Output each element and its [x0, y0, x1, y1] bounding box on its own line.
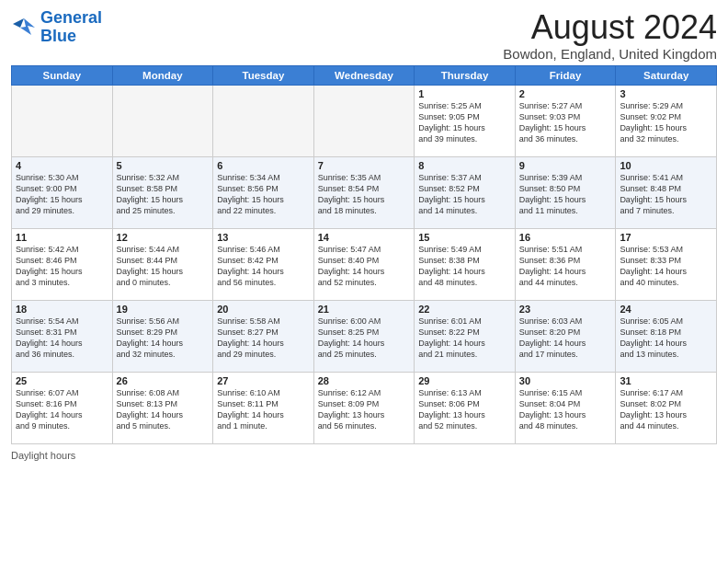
day-number: 19 — [117, 304, 210, 315]
day-info: Sunrise: 5:32 AM Sunset: 8:58 PM Dayligh… — [117, 172, 210, 217]
day-info: Sunrise: 5:39 AM Sunset: 8:50 PM Dayligh… — [519, 172, 612, 217]
logo-text2: Blue — [40, 28, 102, 46]
day-number: 11 — [16, 232, 108, 243]
logo: General Blue — [11, 9, 102, 46]
day-info: Sunrise: 5:35 AM Sunset: 8:54 PM Dayligh… — [318, 172, 411, 217]
day-number: 4 — [16, 160, 108, 171]
day-info: Sunrise: 6:10 AM Sunset: 8:11 PM Dayligh… — [217, 387, 310, 432]
calendar-cell — [12, 85, 113, 156]
calendar-cell: 18Sunrise: 5:54 AM Sunset: 8:31 PM Dayli… — [12, 300, 113, 372]
main-title: August 2024 — [503, 9, 717, 46]
day-info: Sunrise: 6:03 AM Sunset: 8:20 PM Dayligh… — [519, 316, 612, 361]
calendar-cell: 19Sunrise: 5:56 AM Sunset: 8:29 PM Dayli… — [112, 300, 213, 372]
calendar-cell: 9Sunrise: 5:39 AM Sunset: 8:50 PM Daylig… — [515, 156, 616, 228]
calendar-week-row: 25Sunrise: 6:07 AM Sunset: 8:16 PM Dayli… — [12, 372, 717, 443]
calendar-cell: 2Sunrise: 5:27 AM Sunset: 9:03 PM Daylig… — [515, 85, 616, 156]
calendar-cell: 20Sunrise: 5:58 AM Sunset: 8:27 PM Dayli… — [213, 300, 314, 372]
day-number: 1 — [418, 88, 511, 99]
day-number: 3 — [620, 88, 712, 99]
calendar-cell: 4Sunrise: 5:30 AM Sunset: 9:00 PM Daylig… — [12, 156, 113, 228]
calendar-cell: 28Sunrise: 6:12 AM Sunset: 8:09 PM Dayli… — [313, 372, 415, 443]
day-number: 9 — [519, 160, 612, 171]
day-number: 16 — [519, 232, 612, 243]
day-info: Sunrise: 6:17 AM Sunset: 8:02 PM Dayligh… — [620, 387, 712, 432]
day-info: Sunrise: 5:42 AM Sunset: 8:46 PM Dayligh… — [16, 244, 108, 289]
day-info: Sunrise: 5:49 AM Sunset: 8:38 PM Dayligh… — [418, 244, 511, 289]
day-info: Sunrise: 6:13 AM Sunset: 8:06 PM Dayligh… — [418, 387, 511, 432]
calendar-cell: 10Sunrise: 5:41 AM Sunset: 8:48 PM Dayli… — [616, 156, 717, 228]
calendar-cell: 8Sunrise: 5:37 AM Sunset: 8:52 PM Daylig… — [415, 156, 516, 228]
day-info: Sunrise: 6:08 AM Sunset: 8:13 PM Dayligh… — [117, 387, 210, 432]
day-info: Sunrise: 5:51 AM Sunset: 8:36 PM Dayligh… — [519, 244, 612, 289]
day-number: 8 — [418, 160, 511, 171]
calendar-cell: 16Sunrise: 5:51 AM Sunset: 8:36 PM Dayli… — [515, 228, 616, 300]
subtitle: Bowdon, England, United Kingdom — [503, 46, 717, 62]
day-info: Sunrise: 5:34 AM Sunset: 8:56 PM Dayligh… — [217, 172, 310, 217]
calendar-cell: 21Sunrise: 6:00 AM Sunset: 8:25 PM Dayli… — [313, 300, 415, 372]
day-info: Sunrise: 5:54 AM Sunset: 8:31 PM Dayligh… — [16, 316, 108, 361]
calendar-cell: 22Sunrise: 6:01 AM Sunset: 8:22 PM Dayli… — [415, 300, 516, 372]
calendar-cell: 3Sunrise: 5:29 AM Sunset: 9:02 PM Daylig… — [616, 85, 717, 156]
calendar-week-row: 4Sunrise: 5:30 AM Sunset: 9:00 PM Daylig… — [12, 156, 717, 228]
header: General Blue August 2024 Bowdon, England… — [11, 9, 717, 62]
svg-marker-1 — [13, 18, 24, 28]
day-info: Sunrise: 5:27 AM Sunset: 9:03 PM Dayligh… — [519, 100, 612, 145]
day-info: Sunrise: 5:58 AM Sunset: 8:27 PM Dayligh… — [217, 316, 310, 361]
day-info: Sunrise: 5:30 AM Sunset: 9:00 PM Dayligh… — [16, 172, 108, 217]
day-number: 22 — [418, 304, 511, 315]
calendar-table: SundayMondayTuesdayWednesdayThursdayFrid… — [11, 65, 717, 444]
day-info: Sunrise: 6:00 AM Sunset: 8:25 PM Dayligh… — [318, 316, 411, 361]
day-number: 23 — [519, 304, 612, 315]
page: General Blue August 2024 Bowdon, England… — [0, 0, 728, 468]
calendar-week-row: 1Sunrise: 5:25 AM Sunset: 9:05 PM Daylig… — [12, 85, 717, 156]
col-header-saturday: Saturday — [616, 65, 717, 85]
calendar-cell — [213, 85, 314, 156]
day-info: Sunrise: 5:47 AM Sunset: 8:40 PM Dayligh… — [318, 244, 411, 289]
day-info: Sunrise: 5:53 AM Sunset: 8:33 PM Dayligh… — [620, 244, 712, 289]
calendar-cell: 26Sunrise: 6:08 AM Sunset: 8:13 PM Dayli… — [112, 372, 213, 443]
day-number: 10 — [620, 160, 712, 171]
day-number: 24 — [620, 304, 712, 315]
calendar-cell: 14Sunrise: 5:47 AM Sunset: 8:40 PM Dayli… — [313, 228, 415, 300]
day-info: Sunrise: 5:37 AM Sunset: 8:52 PM Dayligh… — [418, 172, 511, 217]
col-header-monday: Monday — [112, 65, 213, 85]
calendar-week-row: 18Sunrise: 5:54 AM Sunset: 8:31 PM Dayli… — [12, 300, 717, 372]
calendar-cell: 17Sunrise: 5:53 AM Sunset: 8:33 PM Dayli… — [616, 228, 717, 300]
day-info: Sunrise: 6:15 AM Sunset: 8:04 PM Dayligh… — [519, 387, 612, 432]
logo-icon — [11, 15, 37, 40]
calendar-week-row: 11Sunrise: 5:42 AM Sunset: 8:46 PM Dayli… — [12, 228, 717, 300]
day-info: Sunrise: 6:07 AM Sunset: 8:16 PM Dayligh… — [16, 387, 108, 432]
logo-text: General — [40, 9, 102, 28]
calendar-cell: 6Sunrise: 5:34 AM Sunset: 8:56 PM Daylig… — [213, 156, 314, 228]
day-info: Sunrise: 5:41 AM Sunset: 8:48 PM Dayligh… — [620, 172, 712, 217]
day-number: 29 — [418, 375, 511, 386]
day-number: 13 — [217, 232, 310, 243]
day-number: 31 — [620, 375, 712, 386]
calendar-cell: 27Sunrise: 6:10 AM Sunset: 8:11 PM Dayli… — [213, 372, 314, 443]
col-header-tuesday: Tuesday — [213, 65, 314, 85]
col-header-sunday: Sunday — [12, 65, 113, 85]
day-number: 5 — [117, 160, 210, 171]
calendar-cell: 24Sunrise: 6:05 AM Sunset: 8:18 PM Dayli… — [616, 300, 717, 372]
day-number: 21 — [318, 304, 411, 315]
day-info: Sunrise: 5:29 AM Sunset: 9:02 PM Dayligh… — [620, 100, 712, 145]
col-header-friday: Friday — [515, 65, 616, 85]
day-number: 20 — [217, 304, 310, 315]
day-info: Sunrise: 5:46 AM Sunset: 8:42 PM Dayligh… — [217, 244, 310, 289]
calendar-cell: 11Sunrise: 5:42 AM Sunset: 8:46 PM Dayli… — [12, 228, 113, 300]
footer-daylight: Daylight hours — [11, 450, 717, 461]
calendar-cell: 7Sunrise: 5:35 AM Sunset: 8:54 PM Daylig… — [313, 156, 415, 228]
day-info: Sunrise: 5:44 AM Sunset: 8:44 PM Dayligh… — [117, 244, 210, 289]
calendar-cell: 12Sunrise: 5:44 AM Sunset: 8:44 PM Dayli… — [112, 228, 213, 300]
day-number: 25 — [16, 375, 108, 386]
calendar-cell — [112, 85, 213, 156]
day-number: 2 — [519, 88, 612, 99]
title-block: August 2024 Bowdon, England, United King… — [503, 9, 717, 62]
day-info: Sunrise: 6:01 AM Sunset: 8:22 PM Dayligh… — [418, 316, 511, 361]
day-number: 17 — [620, 232, 712, 243]
day-info: Sunrise: 6:12 AM Sunset: 8:09 PM Dayligh… — [318, 387, 411, 432]
day-number: 18 — [16, 304, 108, 315]
day-number: 28 — [318, 375, 411, 386]
day-info: Sunrise: 6:05 AM Sunset: 8:18 PM Dayligh… — [620, 316, 712, 361]
calendar-cell: 29Sunrise: 6:13 AM Sunset: 8:06 PM Dayli… — [415, 372, 516, 443]
